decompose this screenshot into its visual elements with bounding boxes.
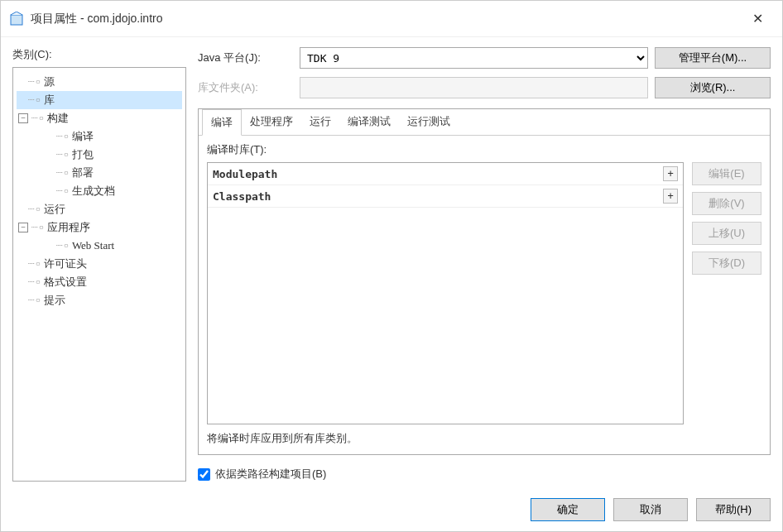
project-properties-dialog: 项目属性 - com.jdojo.intro ✕ 类别(C): ┈○源 ┈○库 … (0, 0, 783, 532)
app-icon (9, 12, 24, 26)
lib-row: Modulepath + Classpath + 编辑(E) 删除 (207, 162, 761, 424)
tree-item-format[interactable]: ┈○格式设置 (17, 273, 182, 291)
tab-run-test[interactable]: 运行测试 (399, 109, 459, 135)
settings-pane: Java 平台(J): TDK 9 管理平台(M)... 库文件夹(A): 浏览… (198, 47, 771, 482)
tab-processor[interactable]: 处理程序 (242, 109, 301, 135)
lib-folder-input (300, 77, 648, 98)
lib-entry-classpath[interactable]: Classpath + (208, 185, 683, 208)
tab-compile-test[interactable]: 编译测试 (339, 109, 399, 135)
help-button[interactable]: 帮助(H) (696, 498, 771, 521)
tree-item-hints[interactable]: ┈○提示 (17, 291, 182, 309)
close-button[interactable]: ✕ (741, 6, 774, 32)
tree-item-source[interactable]: ┈○源 (17, 73, 182, 91)
move-up-button[interactable]: 上移(U) (692, 222, 761, 245)
collapse-icon[interactable]: − (18, 223, 28, 232)
tree-item-libraries[interactable]: ┈○库 (17, 91, 182, 109)
tree-item-webstart[interactable]: ┈○Web Start (17, 237, 182, 255)
java-platform-select[interactable]: TDK 9 (300, 47, 648, 69)
browse-button[interactable]: 浏览(R)... (655, 77, 771, 98)
dialog-body: 类别(C): ┈○源 ┈○库 −┈○构建 ┈○编译 ┈○打包 ┈○部署 ┈○生成… (1, 37, 782, 490)
add-modulepath-button[interactable]: + (663, 166, 678, 181)
cancel-button[interactable]: 取消 (613, 498, 688, 521)
add-classpath-button[interactable]: + (663, 189, 678, 204)
tree-item-application[interactable]: −┈○应用程序 (17, 218, 182, 237)
tabstrip: 编译 处理程序 运行 编译测试 运行测试 (199, 109, 770, 136)
delete-button[interactable]: 删除(V) (692, 192, 761, 215)
collapse-icon[interactable]: − (18, 113, 28, 123)
build-by-classpath-label: 依据类路径构建项目(B) (215, 467, 326, 482)
category-tree[interactable]: ┈○源 ┈○库 −┈○构建 ┈○编译 ┈○打包 ┈○部署 ┈○生成文档 ┈○运行… (12, 67, 186, 482)
tab-run[interactable]: 运行 (301, 109, 339, 135)
java-platform-row: Java 平台(J): TDK 9 管理平台(M)... (198, 47, 771, 69)
manage-platform-button[interactable]: 管理平台(M)... (655, 47, 771, 69)
ok-button[interactable]: 确定 (531, 498, 605, 521)
compile-lib-label: 编译时库(T): (207, 142, 761, 157)
dialog-footer: 确定 取消 帮助(H) (1, 490, 782, 531)
apply-note: 将编译时库应用到所有库类别。 (207, 431, 761, 446)
tree-item-license[interactable]: ┈○许可证头 (17, 255, 182, 273)
tree-item-run[interactable]: ┈○运行 (17, 200, 182, 218)
move-down-button[interactable]: 下移(D) (692, 252, 761, 275)
tabs-block: 编译 处理程序 运行 编译测试 运行测试 编译时库(T): Modulepath (198, 108, 771, 455)
lib-entry-modulepath[interactable]: Modulepath + (208, 163, 683, 185)
window-title: 项目属性 - com.jdojo.intro (31, 12, 741, 26)
compile-lib-list[interactable]: Modulepath + Classpath + (207, 162, 684, 424)
java-platform-label: Java 平台(J): (198, 50, 293, 65)
lib-side-buttons: 编辑(E) 删除(V) 上移(U) 下移(D) (692, 162, 761, 424)
tab-compile[interactable]: 编译 (202, 109, 242, 136)
main-row: 类别(C): ┈○源 ┈○库 −┈○构建 ┈○编译 ┈○打包 ┈○部署 ┈○生成… (12, 47, 771, 482)
lib-folder-row: 库文件夹(A): 浏览(R)... (198, 77, 771, 98)
category-pane: 类别(C): ┈○源 ┈○库 −┈○构建 ┈○编译 ┈○打包 ┈○部署 ┈○生成… (12, 47, 186, 482)
titlebar: 项目属性 - com.jdojo.intro ✕ (1, 1, 782, 37)
build-by-classpath-checkbox[interactable] (198, 468, 210, 481)
tree-item-package[interactable]: ┈○打包 (17, 146, 182, 164)
category-label: 类别(C): (12, 47, 186, 62)
lib-folder-label: 库文件夹(A): (198, 80, 293, 95)
tree-item-compile[interactable]: ┈○编译 (17, 127, 182, 146)
tree-item-gendoc[interactable]: ┈○生成文档 (17, 182, 182, 200)
build-by-classpath-row: 依据类路径构建项目(B) (198, 467, 771, 482)
svg-rect-0 (11, 15, 22, 25)
edit-button[interactable]: 编辑(E) (692, 162, 761, 185)
tree-item-deploy[interactable]: ┈○部署 (17, 164, 182, 182)
tab-content-compile: 编译时库(T): Modulepath + Classpath + (199, 136, 770, 454)
tree-item-build[interactable]: −┈○构建 (17, 109, 182, 127)
